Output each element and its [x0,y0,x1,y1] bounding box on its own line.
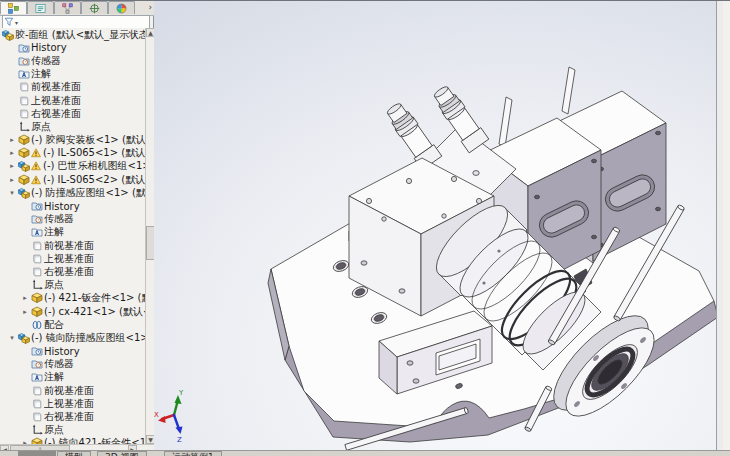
propertymanager-tab[interactable] [27,1,54,14]
tree-row[interactable]: 上视基准面 [0,94,146,107]
plane-icon [18,81,31,93]
panel-tab-bar: › [0,1,154,16]
tree-item-label: 原点 [44,424,64,437]
tree-row[interactable]: 传感器 [0,213,146,226]
tree-row[interactable]: 上视基准面 [0,397,146,410]
tab-scroll-controls[interactable] [18,451,56,456]
tree-item-label: (-) IL-S065<2> (默认<<默认 [43,173,146,186]
tree-item-label: 右视基准面 [31,107,81,120]
origin-icon [18,121,31,133]
tree-row[interactable]: 原点 [0,279,146,292]
tree-item-label: (-) 胶阀安装板<1> (默认<<默认 [31,134,146,147]
tree-row[interactable]: 前视基准面 [0,384,146,397]
tree-row[interactable]: 右视基准面 [0,265,146,278]
tree-item-label: 胶-面组 (默认<默认_显示状态-1>) [15,28,146,41]
feature-filter-input[interactable]: ▾ [2,15,150,29]
tree-row[interactable]: History [0,199,146,212]
assembly-icon [18,332,31,344]
tree-row[interactable]: History [0,345,146,358]
history-icon [31,345,44,357]
triad-z-label: Z [177,436,182,444]
tree-item-label: (-) IL-S065<1> (默认<<默认 [43,147,146,160]
tree-item-label: (-) 421-钣金件<1> (默认<< [44,292,146,305]
expand-arrow-icon[interactable]: ▾ [6,189,18,197]
tree-item-label: (-) 巴世乐相机图组<1> (默认 [43,160,146,173]
assembly-icon [2,29,15,41]
tree-row[interactable]: 前视基准面 [0,81,146,94]
graphics-viewport[interactable]: Y X Z [154,1,723,451]
tree-row[interactable]: 原点 [0,120,146,133]
tree-row[interactable]: ▸(-) 镜向421-钣金件<1> (默认 [0,437,146,444]
collapse-arrow-icon[interactable]: ▸ [6,149,18,157]
expand-arrow-icon[interactable]: ▾ [6,334,18,342]
tree-vertical-scrollbar[interactable]: ▲ ▼ [145,28,154,444]
triad-y-label: Y [178,389,184,397]
task-pane-edge[interactable] [716,1,723,451]
origin-icon [31,279,44,291]
plane-icon [31,398,44,410]
tree-item-label: 配合 [44,318,64,331]
tree-row[interactable]: 注解 [0,226,146,239]
tree-item-label: 原点 [44,279,64,292]
tree-row[interactable]: ▸(-) 421-钣金件<1> (默认<< [0,292,146,305]
bottom-tab-bar: 模型3D 视图运动算例1 [0,450,730,456]
sensor-icon [31,213,44,225]
plane-icon [31,411,44,423]
tree-row[interactable]: 注解 [0,371,146,384]
collapse-arrow-icon[interactable]: ▸ [6,136,18,144]
tree-row[interactable]: 胶-面组 (默认<默认_显示状态-1>) [0,28,146,41]
tree-row[interactable]: History [0,41,146,54]
tab-overflow-chevron[interactable]: › [135,1,154,15]
tree-row[interactable]: 右视基准面 [0,410,146,423]
collapse-arrow-icon[interactable]: ▸ [6,176,18,184]
plane-icon [31,240,44,252]
tree-item-label: 传感器 [31,54,61,67]
tree-item-label: (-) 镜向421-钣金件<1> (默认 [44,437,146,444]
bottom-tab-model[interactable]: 模型 [57,451,91,456]
tree-item-label: (-) cx-421<1> (默认<<默认 [44,305,146,318]
tree-item-label: (-) 镜向防撞感应图组<1> (默认< [31,331,146,344]
tree-row[interactable]: ▾(-) 镜向防撞感应图组<1> (默认< [0,331,146,344]
tree-row[interactable]: 原点 [0,424,146,437]
tree-row[interactable]: 前视基准面 [0,239,146,252]
plane-icon [18,95,31,107]
tree-row[interactable]: ▸(-) 巴世乐相机图组<1> (默认 [0,160,146,173]
tree-row[interactable]: ▸(-) IL-S065<2> (默认<<默认 [0,173,146,186]
tree-item-label: 注解 [44,226,64,239]
annotation-icon [31,371,44,383]
collapse-arrow-icon[interactable]: ▸ [19,294,31,302]
tree-row[interactable]: 上视基准面 [0,252,146,265]
solidworks-window: › ▾ 胶-面组 (默认<默认_显示状态-1>)History传感器注解前视基准… [0,0,730,456]
cad-model[interactable]: Y X Z [154,1,723,451]
tree-item-label: History [44,201,80,212]
tree-row[interactable]: 注解 [0,68,146,81]
tree-row[interactable]: ▸(-) cx-421<1> (默认<<默认 [0,305,146,318]
dimxpertmanager-tab[interactable] [81,1,108,14]
tree-item-label: 原点 [31,120,51,133]
part-icon [31,437,44,444]
assembly-icon [18,187,31,199]
tree-item-label: 上视基准面 [44,397,94,410]
bottom-tab-3d-views[interactable]: 3D 视图 [97,451,147,456]
featuremanager-tab[interactable] [0,1,27,14]
collapse-arrow-icon[interactable]: ▸ [19,308,31,316]
filter-dropdown-caret[interactable]: ▾ [15,19,18,26]
bottom-tab-motion-study[interactable]: 运动算例1 [164,451,222,456]
tree-row[interactable]: ▸(-) IL-S065<1> (默认<<默认 [0,147,146,160]
displaymanager-tab[interactable] [108,1,135,14]
part-icon [18,174,31,186]
plane-icon [31,385,44,397]
annotation-icon [31,226,44,238]
tree-row[interactable]: 传感器 [0,358,146,371]
tree-item-label: 传感器 [44,213,74,226]
collapse-arrow-icon[interactable]: ▸ [6,162,18,170]
tree-item-label: (-) 防撞感应图组<1> (默认<默认 [31,186,146,199]
tree-row[interactable]: 右视基准面 [0,107,146,120]
tree-row[interactable]: ▸(-) 胶阀安装板<1> (默认<<默认 [0,134,146,147]
tree-row[interactable]: 传感器 [0,54,146,67]
tree-item-label: History [44,346,80,357]
feature-manager-panel: › ▾ 胶-面组 (默认<默认_显示状态-1>)History传感器注解前视基准… [0,1,154,451]
tree-row[interactable]: ▾(-) 防撞感应图组<1> (默认<默认 [0,186,146,199]
tree-row[interactable]: 配合 [0,318,146,331]
configurationmanager-tab[interactable] [54,1,81,14]
